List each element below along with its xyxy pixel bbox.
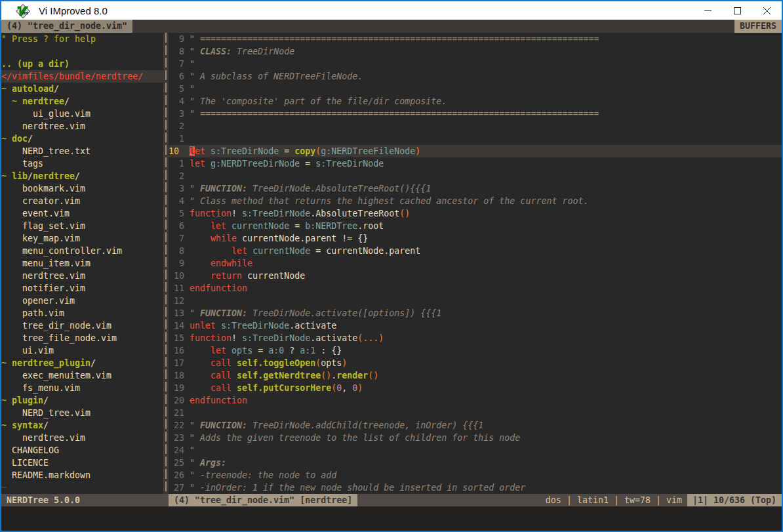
minimize-button[interactable]: [693, 1, 723, 20]
nerdtree-file-nerd-tree-txt[interactable]: NERD_tree.txt: [1, 145, 163, 157]
code-line[interactable]: 3 " ====================================…: [169, 108, 782, 120]
nerdtree-file-path[interactable]: path.vim: [1, 307, 163, 319]
token: function: [190, 333, 231, 343]
code-line[interactable]: 14 unlet s:TreeDirNode.activate: [169, 319, 782, 332]
token: 6: [169, 72, 190, 81]
nerdtree-file-bookmark[interactable]: bookmark.vim: [1, 182, 163, 195]
nerdtree-dir-lib-nerdtree[interactable]: ~ lib/nerdtree/: [1, 170, 163, 182]
code-line[interactable]: 2: [169, 170, 782, 182]
code-line[interactable]: 13 " FUNCTION: TreeDirNode.activate([opt…: [169, 307, 782, 319]
nerdtree-file-ui[interactable]: ui.vim: [1, 344, 163, 357]
token: self.toggleOpen: [237, 358, 315, 368]
nerdtree-up-dir[interactable]: .. (up a dir): [1, 58, 163, 70]
token: 7: [169, 59, 190, 69]
code-line[interactable]: 8 let currentNode = currentNode.parent: [169, 245, 782, 257]
code-line[interactable]: 6 " A subclass of NERDTreeFileNode.: [169, 70, 782, 83]
nerdtree-file-licence[interactable]: LICENCE: [1, 457, 163, 469]
nerdtree-dir-autoload[interactable]: ~ autoload/: [1, 83, 163, 95]
editor-area: " Press ? for help.. (up a dir)</vimfile…: [1, 33, 782, 494]
code-line[interactable]: 18 call self.getNerdtree().render(): [169, 369, 782, 382]
token: .AbsoluteTreeRoot: [310, 209, 399, 218]
nerdtree-dir-doc[interactable]: ~ doc/: [1, 133, 163, 145]
code-line[interactable]: 25 " Args:: [169, 457, 782, 469]
code-line[interactable]: 20 endfunction: [169, 394, 782, 407]
token: .. (up a dir): [1, 59, 70, 69]
nerdtree-file-tags[interactable]: tags: [1, 157, 163, 170]
buffers-label: BUFFERS: [734, 20, 782, 33]
code-line[interactable]: 1 let g:NERDTreeDirNode = s:TreeDirNode: [169, 157, 782, 170]
code-line[interactable]: 12: [169, 295, 782, 307]
nerdtree-file-menu-item[interactable]: menu_item.vim: [1, 257, 163, 270]
code-line[interactable]: 2: [169, 120, 782, 133]
nerdtree-dir-syntax[interactable]: ~ syntax/: [1, 419, 163, 432]
nerdtree-file-menu-controller[interactable]: menu_controller.vim: [1, 245, 163, 257]
nerdtree-file-nerdtree-vim[interactable]: nerdtree.vim: [1, 120, 163, 133]
code-line[interactable]: 10 return currentNode: [169, 270, 782, 282]
code-line[interactable]: 1: [169, 133, 782, 145]
nerdtree-file-tree-dir-node[interactable]: tree_dir_node.vim: [1, 319, 163, 332]
token: /: [28, 134, 33, 144]
nerdtree-file-flag-set[interactable]: flag_set.vim: [1, 220, 163, 232]
code-line[interactable]: 11 endfunction: [169, 282, 782, 295]
code-line-cursor[interactable]: 10 let s:TreeDirNode = copy(g:NERDTreeFi…: [169, 145, 782, 157]
nerdtree-help-line[interactable]: " Press ? for help: [1, 33, 163, 45]
nerdtree-file-nerdtree-lib[interactable]: nerdtree.vim: [1, 270, 163, 282]
token: nerdtree.vim: [1, 121, 85, 131]
code-line[interactable]: 3 " FUNCTION: TreeDirNode.AbsoluteTreeRo…: [169, 182, 782, 195]
code-line[interactable]: 17 call self.toggleOpen(opts): [169, 357, 782, 369]
nerdtree-dir-nerdtree-plugin[interactable]: ~ nerdtree_plugin/: [1, 357, 163, 369]
command-line[interactable]: [1, 506, 782, 531]
token: opts: [231, 346, 252, 356]
token: endfunction: [190, 396, 247, 405]
code-line[interactable]: 4 " The 'composite' part of the file/dir…: [169, 95, 782, 108]
nerdtree-dir-nerdtree[interactable]: ~ nerdtree/: [1, 95, 163, 108]
nerdtree-root-path[interactable]: </vimfiles/bundle/nerdtree/: [1, 70, 163, 83]
vertical-split-separator[interactable]: [163, 33, 169, 494]
nerdtree-file-ui-glue[interactable]: ui_glue.vim: [1, 108, 163, 120]
nerdtree-file-key-map[interactable]: key_map.vim: [1, 232, 163, 245]
tab-tree-dir-node[interactable]: (4) "tree_dir_node.vim": [1, 20, 132, 33]
token: ui_glue.vim: [1, 109, 90, 119]
code-line[interactable]: 15 function! s:TreeDirNode.activate(...): [169, 332, 782, 344]
code-line[interactable]: 19 call self.putCursorHere(0, 0): [169, 382, 782, 394]
code-line[interactable]: 7 ": [169, 58, 782, 70]
code-line[interactable]: 21: [169, 407, 782, 419]
nerdtree-file-creator[interactable]: creator.vim: [1, 195, 163, 207]
code-line[interactable]: 8 " CLASS: TreeDirNode: [169, 45, 782, 58]
code-line[interactable]: 23 " Adds the given treenode to the list…: [169, 432, 782, 444]
nerdtree-end-of-buffer[interactable]: ~: [1, 481, 163, 494]
code-line[interactable]: 7 while currentNode.parent != {}: [169, 232, 782, 245]
nerdtree-file-nerdtree-syntax[interactable]: nerdtree.vim: [1, 432, 163, 444]
nerdtree-file-readme[interactable]: README.markdown: [1, 469, 163, 481]
token: [190, 258, 211, 268]
token: 2: [169, 121, 190, 131]
nerdtree-dir-plugin[interactable]: ~ plugin/: [1, 394, 163, 407]
token: let: [231, 246, 247, 256]
code-line[interactable]: 16 let opts = a:0 ? a:1 : {}: [169, 344, 782, 357]
nerdtree-blank-line[interactable]: [1, 45, 163, 58]
code-line[interactable]: 4 " Class method that returns the highes…: [169, 195, 782, 207]
code-line[interactable]: 6 let currentNode = b:NERDTree.root: [169, 220, 782, 232]
token: [1, 96, 12, 106]
code-line[interactable]: 26 " -treenode: the node to add: [169, 469, 782, 481]
code-line[interactable]: 9 endwhile: [169, 257, 782, 270]
nerdtree-file-tree-file-node[interactable]: tree_file_node.vim: [1, 332, 163, 344]
token: 18: [169, 371, 190, 380]
nerdtree-file-event[interactable]: event.vim: [1, 207, 163, 220]
code-line[interactable]: 22 " FUNCTION: TreeDirNode.addChild(tree…: [169, 419, 782, 432]
maximize-button[interactable]: [723, 1, 752, 20]
code-line[interactable]: 5 ": [169, 83, 782, 95]
token: 23: [169, 433, 190, 443]
nerdtree-file-fs-menu[interactable]: fs_menu.vim: [1, 382, 163, 394]
code-line[interactable]: 27 " -inOrder: 1 if the new node should …: [169, 481, 782, 494]
nerdtree-file-nerd-tree-vim[interactable]: NERD_tree.vim: [1, 407, 163, 419]
code-line[interactable]: 5 function! s:TreeDirNode.AbsoluteTreeRo…: [169, 207, 782, 220]
close-button[interactable]: [752, 1, 782, 20]
code-line[interactable]: 9 " ====================================…: [169, 33, 782, 45]
nerdtree-file-opener[interactable]: opener.vim: [1, 295, 163, 307]
token: a:0: [268, 346, 284, 356]
nerdtree-file-exec-menuitem[interactable]: exec_menuitem.vim: [1, 369, 163, 382]
nerdtree-file-changelog[interactable]: CHANGELOG: [1, 444, 163, 457]
nerdtree-file-notifier[interactable]: notifier.vim: [1, 282, 163, 295]
code-line[interactable]: 24 ": [169, 444, 782, 457]
